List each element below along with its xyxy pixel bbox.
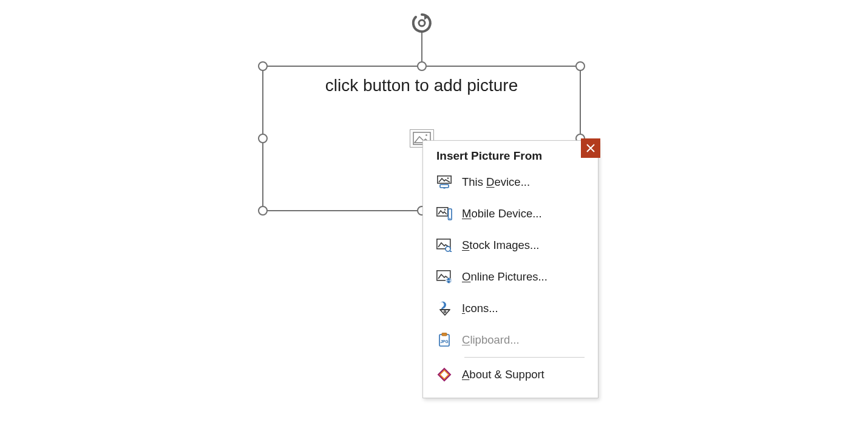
online-pictures-icon — [436, 270, 452, 284]
menu-item-clipboard: JPG Clipboard... — [423, 324, 598, 356]
menu-item-icons[interactable]: Icons... — [423, 293, 598, 324]
svg-text:JPG: JPG — [440, 339, 448, 344]
menu-item-label: About & Support — [462, 368, 544, 381]
svg-point-8 — [444, 209, 446, 210]
placeholder-prompt: click button to add picture — [263, 76, 580, 95]
svg-rect-18 — [442, 333, 447, 336]
this-device-icon — [436, 175, 452, 189]
resize-handle-tm[interactable] — [417, 61, 427, 71]
rotate-handle[interactable] — [410, 11, 434, 35]
menu-item-mobile-device[interactable]: Mobile Device... — [423, 198, 598, 229]
menu-item-label: This Device... — [462, 175, 530, 189]
icons-icon — [436, 301, 452, 316]
svg-rect-5 — [440, 185, 449, 188]
close-button[interactable] — [581, 138, 600, 158]
menu-item-this-device[interactable]: This Device... — [423, 166, 598, 198]
svg-rect-6 — [444, 188, 446, 189]
close-icon — [586, 143, 595, 153]
resize-handle-bl[interactable] — [258, 206, 268, 216]
menu-item-label: Icons... — [462, 302, 498, 315]
clipboard-icon: JPG — [436, 333, 452, 347]
svg-point-2 — [426, 134, 427, 136]
resize-handle-tl[interactable] — [258, 61, 268, 71]
menu-item-label: Stock Images... — [462, 239, 540, 252]
popup-title: Insert Picture From — [436, 149, 542, 163]
menu-item-label: Online Pictures... — [462, 270, 548, 284]
mobile-device-icon — [436, 206, 452, 221]
resize-handle-ml[interactable] — [258, 134, 268, 143]
menu-item-label: Mobile Device... — [462, 207, 542, 220]
svg-point-4 — [447, 177, 449, 178]
menu-item-about-support[interactable]: About & Support — [423, 359, 598, 390]
about-icon — [436, 367, 452, 382]
svg-point-10 — [449, 218, 450, 219]
insert-picture-popup: Insert Picture From This Device... — [422, 140, 598, 398]
resize-handle-tr[interactable] — [575, 61, 585, 71]
svg-line-13 — [450, 251, 452, 252]
menu-item-stock-images[interactable]: Stock Images... — [423, 229, 598, 261]
menu-separator — [464, 357, 585, 358]
menu-item-label: Clipboard... — [462, 333, 520, 347]
menu-item-online-pictures[interactable]: Online Pictures... — [423, 261, 598, 293]
svg-point-0 — [419, 20, 425, 26]
svg-point-16 — [444, 311, 446, 313]
stock-images-icon — [436, 238, 452, 253]
svg-point-12 — [446, 246, 450, 251]
